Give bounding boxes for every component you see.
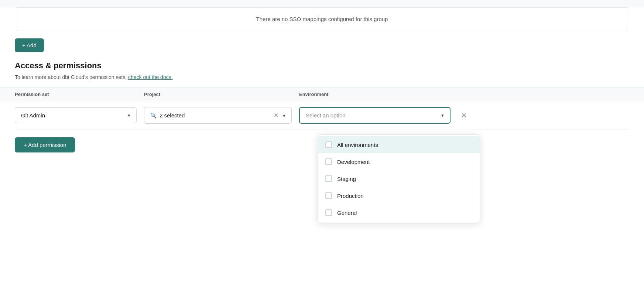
checkbox-general[interactable] — [325, 209, 332, 216]
dropdown-item-general[interactable]: General — [318, 204, 480, 221]
dropdown-label-development: Development — [337, 159, 370, 165]
project-select[interactable]: 🔍 2 selected ✕ ▾ — [144, 107, 292, 124]
permission-set-select[interactable]: Git Admin ▾ — [15, 107, 137, 123]
project-selected-text: 2 selected — [160, 112, 269, 119]
add-button[interactable]: + Add — [15, 38, 44, 52]
checkbox-development[interactable] — [325, 158, 332, 165]
permission-set-chevron-icon: ▾ — [128, 113, 130, 118]
col-header-environment: Environment — [299, 92, 629, 97]
permission-set-value: Git Admin — [21, 112, 45, 119]
dropdown-label-all-environments: All environments — [337, 142, 378, 148]
add-permission-button[interactable]: + Add permission — [15, 137, 75, 152]
environment-chevron-icon: ▾ — [441, 113, 444, 118]
checkbox-all-environments[interactable] — [325, 141, 332, 148]
col-header-project: Project — [144, 92, 299, 97]
docs-link[interactable]: check out the docs. — [128, 74, 173, 80]
sso-banner-text: There are no SSO mappings configured for… — [256, 16, 388, 22]
col-header-permission-set: Permission set — [15, 92, 144, 97]
environment-dropdown-menu: All environments Development Staging Pro… — [318, 134, 480, 223]
environment-select[interactable]: Select an option ▾ — [299, 107, 451, 124]
dropdown-item-staging[interactable]: Staging — [318, 170, 480, 187]
project-chevron-icon: ▾ — [283, 113, 285, 119]
project-search-icon: 🔍 — [150, 113, 157, 119]
table-header: Permission set Project Environment — [0, 87, 644, 101]
dropdown-item-all-environments[interactable]: All environments — [318, 136, 480, 153]
checkbox-production[interactable] — [325, 192, 332, 199]
table-row: Git Admin ▾ 🔍 2 selected ✕ ▾ Select an o… — [0, 101, 644, 130]
delete-icon: ✕ — [461, 111, 467, 120]
row-delete-button[interactable]: ✕ — [458, 110, 470, 121]
section-description: To learn more about dbt Cloud's permissi… — [15, 74, 629, 80]
page-container: There are no SSO mappings configured for… — [0, 7, 644, 285]
dropdown-label-general: General — [337, 210, 357, 216]
sso-banner: There are no SSO mappings configured for… — [15, 7, 629, 31]
section-title: Access & permissions — [15, 61, 629, 71]
project-clear-button[interactable]: ✕ — [272, 112, 280, 119]
row-separator — [15, 130, 629, 130]
checkbox-staging[interactable] — [325, 175, 332, 182]
dropdown-item-production[interactable]: Production — [318, 187, 480, 204]
environment-placeholder: Select an option — [306, 112, 346, 119]
dropdown-label-staging: Staging — [337, 176, 356, 182]
dropdown-label-production: Production — [337, 193, 364, 199]
dropdown-item-development[interactable]: Development — [318, 153, 480, 170]
description-text-prefix: To learn more about dbt Cloud's permissi… — [15, 74, 128, 80]
